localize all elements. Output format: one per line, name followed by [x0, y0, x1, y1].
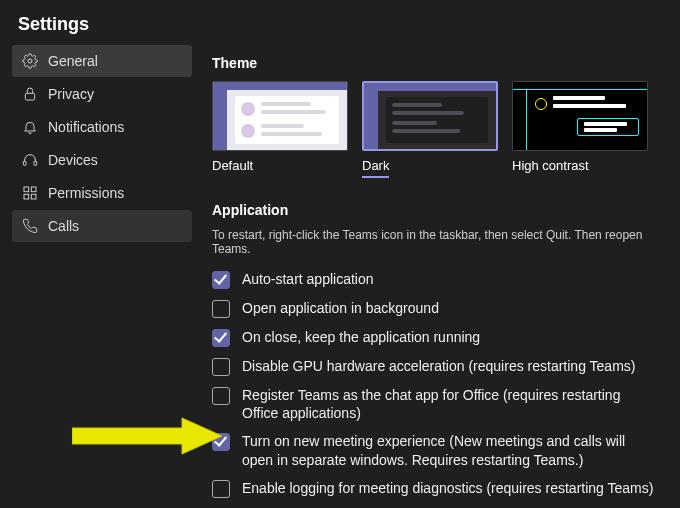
- option-label: On close, keep the application running: [242, 328, 484, 346]
- option-new-meeting-experience: Turn on new meeting experience (New meet…: [212, 432, 662, 468]
- sidebar-item-label: Permissions: [48, 185, 124, 201]
- sidebar-item-devices[interactable]: Devices: [12, 144, 192, 176]
- theme-option-default[interactable]: Default: [212, 81, 348, 178]
- gear-icon: [22, 53, 38, 69]
- svg-rect-1: [25, 93, 34, 100]
- checkbox-on-close[interactable]: [212, 329, 230, 347]
- application-section-title: Application: [212, 202, 662, 218]
- sidebar-item-privacy[interactable]: Privacy: [12, 78, 192, 110]
- application-description: To restart, right-click the Teams icon i…: [212, 228, 662, 256]
- sidebar-item-permissions[interactable]: Permissions: [12, 177, 192, 209]
- option-label: Enable logging for meeting diagnostics (…: [242, 479, 657, 497]
- option-disable-gpu: Disable GPU hardware acceleration (requi…: [212, 357, 662, 376]
- theme-label: Dark: [362, 158, 389, 178]
- sidebar-item-calls[interactable]: Calls: [12, 210, 192, 242]
- theme-preview-dark: [362, 81, 498, 151]
- page-title: Settings: [18, 14, 662, 35]
- checkbox-auto-start[interactable]: [212, 271, 230, 289]
- theme-options: Default Dark: [212, 81, 662, 178]
- svg-rect-2: [23, 161, 26, 165]
- option-label: Auto-start application: [242, 270, 378, 288]
- settings-header: Settings: [0, 0, 680, 45]
- theme-option-high-contrast[interactable]: High contrast: [512, 81, 648, 178]
- apps-icon: [22, 185, 38, 201]
- theme-preview-default: [212, 81, 348, 151]
- option-enable-logging: Enable logging for meeting diagnostics (…: [212, 479, 662, 498]
- checkbox-open-background[interactable]: [212, 300, 230, 318]
- option-register-chat-app: Register Teams as the chat app for Offic…: [212, 386, 662, 422]
- svg-point-0: [28, 59, 32, 63]
- bell-icon: [22, 119, 38, 135]
- sidebar-item-label: Privacy: [48, 86, 94, 102]
- theme-section-title: Theme: [212, 55, 662, 71]
- option-open-background: Open application in background: [212, 299, 662, 318]
- settings-main: Theme Default: [192, 45, 668, 508]
- sidebar-item-label: Devices: [48, 152, 98, 168]
- option-on-close-keep-running: On close, keep the application running: [212, 328, 662, 347]
- lock-icon: [22, 86, 38, 102]
- svg-rect-5: [31, 187, 36, 192]
- svg-rect-6: [24, 194, 29, 199]
- sidebar-item-label: Notifications: [48, 119, 124, 135]
- sidebar-item-label: Calls: [48, 218, 79, 234]
- settings-sidebar: General Privacy Notifications Devices Pe: [12, 45, 192, 508]
- svg-rect-4: [24, 187, 29, 192]
- checkbox-new-meeting[interactable]: [212, 433, 230, 451]
- headset-icon: [22, 152, 38, 168]
- svg-rect-3: [34, 161, 37, 165]
- checkbox-enable-logging[interactable]: [212, 480, 230, 498]
- theme-label: High contrast: [512, 158, 589, 173]
- checkbox-register-chat[interactable]: [212, 387, 230, 405]
- theme-option-dark[interactable]: Dark: [362, 81, 498, 178]
- option-label: Register Teams as the chat app for Offic…: [242, 386, 662, 422]
- sidebar-item-notifications[interactable]: Notifications: [12, 111, 192, 143]
- svg-rect-7: [31, 194, 36, 199]
- option-auto-start: Auto-start application: [212, 270, 662, 289]
- theme-preview-high-contrast: [512, 81, 648, 151]
- option-label: Open application in background: [242, 299, 443, 317]
- checkbox-disable-gpu[interactable]: [212, 358, 230, 376]
- sidebar-item-general[interactable]: General: [12, 45, 192, 77]
- option-label: Turn on new meeting experience (New meet…: [242, 432, 662, 468]
- option-label: Disable GPU hardware acceleration (requi…: [242, 357, 639, 375]
- phone-icon: [22, 218, 38, 234]
- theme-label: Default: [212, 158, 253, 173]
- sidebar-item-label: General: [48, 53, 98, 69]
